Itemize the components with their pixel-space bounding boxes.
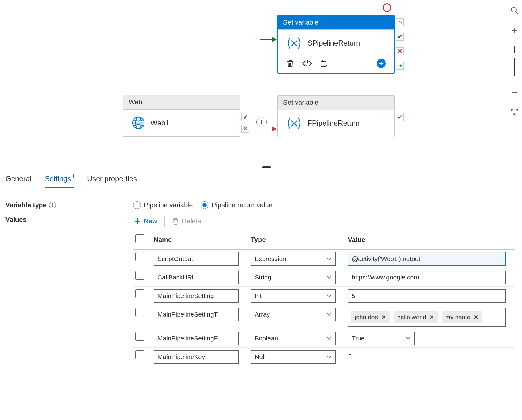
type-select[interactable]: String [251, 271, 336, 284]
chevron-down-icon [327, 257, 332, 260]
value-select[interactable]: True [348, 332, 415, 345]
remove-tag-icon[interactable]: ✕ [429, 313, 434, 321]
activity-setvar-f[interactable]: Set variable FPipelineReturn [277, 95, 395, 137]
row-checkbox[interactable] [135, 308, 144, 317]
chevron-down-icon [327, 355, 332, 358]
tabs: General Settings1 User properties [0, 169, 522, 193]
connector-failure [249, 126, 278, 132]
chevron-down-icon [327, 276, 332, 279]
chevron-down-icon [327, 313, 332, 316]
radio-icon [201, 201, 208, 209]
activity-setvar-s[interactable]: Set variable SPipelineReturn [277, 15, 395, 74]
type-select[interactable]: Array [251, 308, 336, 321]
svg-line-5 [307, 60, 308, 66]
row-checkbox[interactable] [135, 271, 144, 280]
chevron-down-icon [327, 294, 332, 297]
values-table: Name Type Value ExpressionStringIntArray… [133, 230, 515, 366]
variable-icon [286, 36, 302, 50]
code-icon[interactable] [302, 60, 312, 67]
info-icon[interactable]: i [49, 202, 56, 208]
name-input[interactable] [154, 350, 239, 364]
row-checkbox[interactable] [135, 289, 144, 298]
type-select[interactable]: Expression [251, 252, 336, 266]
activity-setvar-f-header: Set variable [278, 96, 394, 110]
tag: john doe✕ [351, 311, 390, 323]
activity-setvar-f-name: FPipelineReturn [307, 119, 360, 127]
pipeline-canvas[interactable]: Web Web1 ✔ ✕ Set variable SPipelineRetur… [0, 0, 522, 169]
variable-type-radios: Pipeline variable Pipeline return value [133, 201, 273, 209]
radio-pipeline-variable[interactable]: Pipeline variable [133, 201, 193, 209]
table-row: Null- [133, 348, 515, 366]
canvas-toolbar [507, 5, 522, 118]
panel-resize-handle[interactable] [262, 166, 271, 168]
table-row: Expression [133, 250, 515, 268]
tab-user-properties[interactable]: User properties [87, 174, 137, 188]
zoom-out-icon[interactable] [509, 87, 520, 98]
properties-panel: General Settings1 User properties Variab… [0, 169, 522, 420]
new-button[interactable]: New [133, 216, 158, 226]
value-input[interactable] [348, 271, 506, 284]
name-input[interactable] [154, 289, 239, 303]
radio-icon [133, 201, 141, 209]
remove-tag-icon[interactable]: ✕ [381, 313, 386, 321]
col-value: Value [345, 230, 515, 250]
value-input[interactable] [348, 252, 506, 266]
trash-icon[interactable] [286, 59, 294, 68]
activity-web[interactable]: Web Web1 [123, 95, 240, 137]
copy-icon[interactable] [320, 59, 328, 68]
table-row: Arrayjohn doe✕hello world✕my name✕ [133, 305, 515, 329]
value-tags[interactable]: john doe✕hello world✕my name✕ [348, 308, 506, 327]
zoom-slider[interactable] [514, 46, 515, 76]
col-type: Type [248, 230, 345, 250]
activity-web-header: Web [123, 95, 240, 110]
type-select[interactable]: Int [251, 289, 336, 303]
svg-line-14 [516, 12, 518, 14]
table-row: String [133, 268, 515, 287]
zoom-handle[interactable] [512, 53, 517, 58]
setvar-f-success-port[interactable]: ✔ [396, 113, 404, 121]
setvar-s-failure-port[interactable]: ✕ [396, 47, 404, 55]
svg-rect-18 [513, 113, 515, 115]
setvar-s-success-port[interactable]: ✔ [396, 33, 404, 41]
name-input[interactable] [154, 271, 239, 284]
tab-general[interactable]: General [5, 174, 31, 188]
tag: hello world✕ [394, 311, 438, 323]
chevron-down-icon [406, 337, 411, 340]
variable-type-label: Variable type i [5, 201, 133, 209]
tab-settings[interactable]: Settings1 [45, 174, 74, 188]
go-button[interactable] [377, 59, 386, 68]
table-row: Int [133, 287, 515, 305]
col-name: Name [151, 230, 248, 250]
select-all-checkbox[interactable] [135, 234, 144, 243]
type-select[interactable]: Boolean [251, 332, 336, 345]
search-icon[interactable] [509, 5, 520, 16]
fit-icon[interactable] [509, 107, 520, 118]
zoom-in-icon[interactable] [509, 25, 520, 36]
value-null: - [348, 350, 351, 358]
delete-button[interactable]: Delete [171, 216, 202, 226]
globe-icon [132, 116, 145, 130]
remove-tag-icon[interactable]: ✕ [473, 313, 479, 321]
variable-icon [286, 117, 302, 130]
setvar-s-completion-port[interactable] [396, 62, 404, 70]
chevron-down-icon [327, 337, 332, 340]
radio-pipeline-return-value[interactable]: Pipeline return value [201, 201, 273, 209]
add-activity-node[interactable]: + [256, 117, 267, 127]
table-row: BooleanTrue [133, 329, 515, 348]
connector-success [249, 36, 278, 123]
web-success-port[interactable]: ✔ [241, 113, 249, 121]
setvar-s-skip-port[interactable] [396, 18, 404, 26]
web-failure-port[interactable]: ✕ [241, 125, 249, 133]
name-input[interactable] [154, 332, 239, 345]
svg-rect-6 [321, 61, 326, 67]
row-checkbox[interactable] [135, 332, 144, 341]
settings-badge: 1 [72, 174, 75, 179]
value-input[interactable] [348, 289, 506, 303]
validation-error-indicator[interactable] [383, 3, 391, 12]
name-input[interactable] [154, 308, 239, 321]
row-checkbox[interactable] [135, 350, 144, 359]
tag: my name✕ [442, 311, 482, 323]
type-select[interactable]: Null [251, 350, 336, 364]
name-input[interactable] [154, 252, 239, 266]
row-checkbox[interactable] [135, 252, 144, 261]
